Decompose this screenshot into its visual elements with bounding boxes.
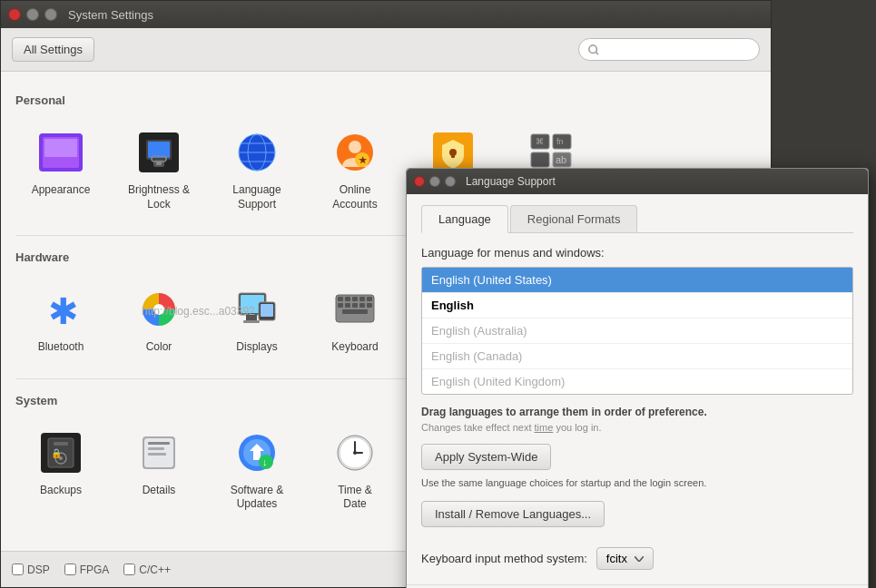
keyboard-icon-box [330, 284, 380, 335]
minimize-button[interactable] [26, 8, 39, 21]
svg-rect-67 [54, 442, 68, 446]
svg-point-18 [349, 141, 361, 153]
svg-rect-49 [359, 303, 365, 308]
svg-rect-46 [338, 303, 343, 308]
svg-point-82 [353, 451, 357, 455]
brightness-lock-icon [139, 132, 179, 172]
lang-item-en-ca[interactable]: English (Canada) [422, 344, 852, 369]
lang-item-en-au[interactable]: English (Australia) [422, 318, 852, 344]
all-settings-button[interactable]: All Settings [12, 37, 94, 62]
toolbar: All Settings [1, 28, 771, 72]
svg-rect-10 [156, 162, 162, 165]
sidebar-item-time-date[interactable]: Time &Date [310, 418, 400, 521]
language-support-icon-box [231, 127, 282, 178]
dialog-footer: Help Close [407, 584, 868, 588]
software-updates-label: Software &Updates [231, 484, 284, 512]
svg-rect-45 [367, 297, 372, 301]
language-support-dialog: Language Support Language Regional Forma… [406, 168, 869, 588]
search-box[interactable] [578, 38, 760, 61]
sidebar-item-brightness-lock[interactable]: Brightness &Lock [113, 118, 204, 220]
svg-text:↓: ↓ [262, 456, 268, 467]
sidebar-item-software-updates[interactable]: ↓ Software &Updates [212, 418, 302, 521]
svg-rect-42 [345, 297, 350, 301]
drag-hint-strong: Drag languages to arrange them in order … [421, 406, 707, 418]
bluetooth-icon-box: ✱ [35, 284, 86, 335]
svg-rect-50 [367, 303, 372, 308]
sidebar-item-displays[interactable]: Displays [212, 275, 302, 364]
language-support-label: LanguageSupport [232, 183, 281, 211]
title-bar: System Settings [1, 1, 771, 28]
drag-hint-sub: Changes take effect next time you log in… [421, 422, 853, 433]
drag-hint: Drag languages to arrange them in order … [421, 406, 853, 418]
svg-rect-23 [451, 152, 455, 158]
svg-rect-73 [148, 453, 166, 456]
fpga-checkbox[interactable] [64, 564, 76, 575]
keyboard-select[interactable]: fcitx [596, 547, 654, 570]
sidebar-item-keyboard[interactable]: Keyboard [310, 275, 400, 364]
language-list: English (United States) English English … [421, 267, 853, 395]
lang-section-label: Language for menus and windows: [421, 246, 853, 260]
dialog-minimize-button[interactable] [429, 176, 440, 187]
cpp-checkbox-item[interactable]: C/C++ [123, 564, 171, 576]
keyboard-input-label: Keyboard input method system: [421, 552, 587, 565]
text-entry-icon: ab ⌘ fn [529, 132, 573, 172]
keyboard-label: Keyboard [331, 340, 378, 355]
svg-rect-44 [359, 297, 365, 301]
time-date-label: Time &Date [338, 484, 372, 512]
dsp-checkbox[interactable] [12, 564, 24, 575]
dialog-title-bar: Language Support [407, 169, 868, 194]
sidebar-item-backups[interactable]: 🔒 Backups [15, 418, 106, 521]
dsp-checkbox-item[interactable]: DSP [12, 564, 50, 576]
tab-language[interactable]: Language [421, 205, 508, 233]
svg-rect-51 [342, 309, 368, 314]
time-date-icon [335, 433, 375, 473]
keyboard-icon [335, 293, 375, 326]
dsp-label: DSP [27, 564, 50, 576]
online-accounts-icon: ★ [335, 132, 375, 172]
tab-regional-formats[interactable]: Regional Formats [510, 205, 638, 232]
time-date-icon-box [330, 427, 380, 478]
keyboard-value: fcitx [606, 552, 627, 565]
svg-rect-26 [531, 152, 549, 167]
svg-rect-71 [148, 442, 170, 445]
backups-icon: 🔒 [41, 433, 81, 473]
apply-system-wide-button[interactable]: Apply System-Wide [421, 444, 551, 470]
install-remove-button[interactable]: Install / Remove Languages... [421, 501, 605, 527]
lang-item-en[interactable]: English [422, 293, 852, 318]
svg-rect-36 [246, 315, 257, 320]
sidebar-item-appearance[interactable]: Appearance [15, 118, 106, 220]
online-accounts-icon-box: ★ [330, 127, 380, 178]
lang-item-en-us[interactable]: English (United States) [422, 268, 852, 293]
maximize-button[interactable] [44, 8, 57, 21]
dialog-maximize-button[interactable] [445, 176, 456, 187]
close-button[interactable] [8, 8, 21, 21]
bluetooth-label: Bluetooth [38, 340, 84, 355]
svg-rect-4 [44, 139, 77, 157]
dialog-close-button[interactable] [414, 176, 425, 187]
sidebar-item-details[interactable]: Details [113, 418, 204, 521]
svg-text:🔒: 🔒 [51, 447, 63, 459]
lang-item-en-gb[interactable]: English (United Kingdom) [422, 369, 852, 394]
details-icon [139, 433, 179, 473]
svg-rect-41 [338, 297, 343, 301]
svg-text:fn: fn [556, 137, 564, 146]
chevron-down-icon [635, 556, 644, 562]
svg-rect-39 [261, 304, 273, 317]
software-updates-icon: ↓ [237, 433, 277, 473]
svg-rect-72 [148, 447, 164, 450]
cpp-checkbox[interactable] [123, 564, 135, 575]
language-support-icon [237, 132, 277, 172]
search-input[interactable] [605, 43, 750, 56]
keyboard-input-row: Keyboard input method system: fcitx [421, 547, 853, 570]
backups-icon-box: 🔒 [35, 427, 86, 478]
sidebar-item-color[interactable]: Color [113, 275, 204, 364]
apply-hint: Use the same language choices for startu… [421, 477, 853, 488]
sidebar-item-bluetooth[interactable]: ✱ Bluetooth [15, 275, 106, 364]
svg-line-1 [596, 52, 599, 54]
sidebar-item-language-support[interactable]: LanguageSupport [212, 118, 302, 220]
svg-point-33 [153, 304, 164, 315]
svg-rect-48 [352, 303, 358, 308]
displays-icon [237, 289, 277, 329]
fpga-checkbox-item[interactable]: FPGA [64, 564, 110, 576]
sidebar-item-online-accounts[interactable]: ★ OnlineAccounts [310, 118, 400, 220]
